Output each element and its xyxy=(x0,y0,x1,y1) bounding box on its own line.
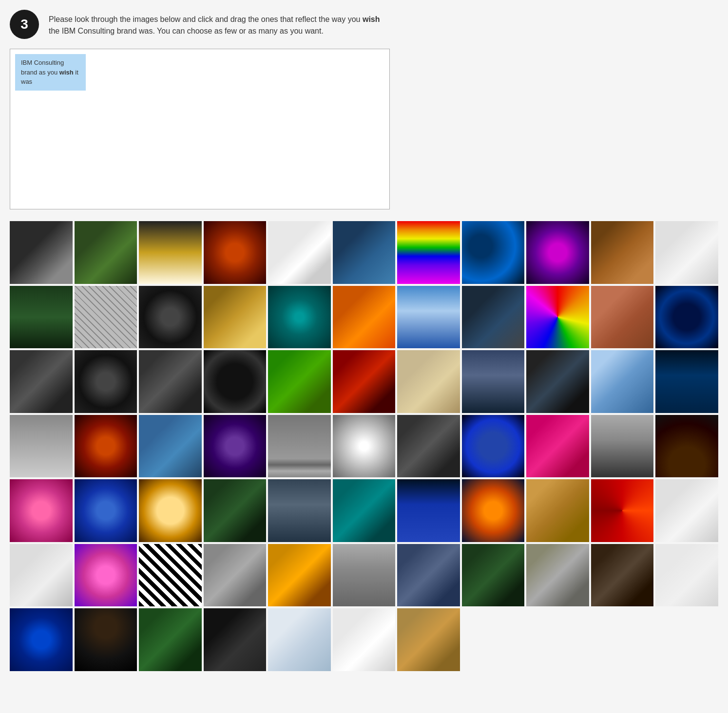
image-cell-17[interactable] xyxy=(333,286,396,349)
image-cell-8[interactable] xyxy=(462,221,525,284)
image-cell-5[interactable] xyxy=(268,221,331,284)
image-cell-64[interactable] xyxy=(526,544,589,607)
image-cell-43[interactable] xyxy=(591,415,654,478)
image-cell-20[interactable] xyxy=(526,286,589,349)
image-cell-45[interactable] xyxy=(10,479,73,542)
instruction-text: Please look through the images below and… xyxy=(49,10,390,37)
image-cell-40[interactable] xyxy=(397,415,460,478)
image-cell-52[interactable] xyxy=(462,479,525,542)
image-cell-7[interactable] xyxy=(397,221,460,284)
image-cell-28[interactable] xyxy=(333,350,396,413)
image-cell-71[interactable] xyxy=(268,608,331,671)
image-cell-57[interactable] xyxy=(75,544,137,607)
image-cell-48[interactable] xyxy=(204,479,267,542)
image-cell-53[interactable] xyxy=(526,479,589,542)
image-cell-42[interactable] xyxy=(526,415,589,478)
image-cell-44[interactable] xyxy=(655,415,718,478)
step-circle: 3 xyxy=(10,10,39,39)
image-cell-50[interactable] xyxy=(333,479,396,542)
image-cell-62[interactable] xyxy=(397,544,460,607)
image-cell-27[interactable] xyxy=(268,350,331,413)
step-number: 3 xyxy=(20,17,28,32)
header-section: 3 Please look through the images below a… xyxy=(10,10,718,39)
image-cell-67[interactable] xyxy=(10,608,73,671)
image-cell-6[interactable] xyxy=(333,221,396,284)
instruction-prefix: Please look through the images below and… xyxy=(49,15,363,23)
image-cell-10[interactable] xyxy=(591,221,654,284)
image-cell-73[interactable] xyxy=(397,608,460,671)
image-cell-41[interactable] xyxy=(462,415,525,478)
image-cell-14[interactable] xyxy=(139,286,202,349)
image-cell-3[interactable] xyxy=(139,221,202,284)
image-grid xyxy=(10,221,718,671)
image-cell-60[interactable] xyxy=(268,544,331,607)
image-cell-65[interactable] xyxy=(591,544,654,607)
image-cell-34[interactable] xyxy=(10,415,73,478)
image-cell-31[interactable] xyxy=(526,350,589,413)
image-cell-37[interactable] xyxy=(204,415,267,478)
image-cell-55[interactable] xyxy=(655,479,718,542)
image-cell-70[interactable] xyxy=(204,608,267,671)
image-cell-21[interactable] xyxy=(591,286,654,349)
image-cell-9[interactable] xyxy=(526,221,589,284)
image-cell-47[interactable] xyxy=(139,479,202,542)
image-cell-46[interactable] xyxy=(75,479,137,542)
image-cell-15[interactable] xyxy=(204,286,267,349)
image-cell-23[interactable] xyxy=(10,350,73,413)
drop-zone[interactable]: IBM Consulting brand as you wish it was xyxy=(10,49,390,209)
drop-zone-label: IBM Consulting brand as you wish it was xyxy=(15,54,86,91)
label-line1: IBM Consulting xyxy=(21,59,64,66)
image-cell-63[interactable] xyxy=(462,544,525,607)
image-cell-58[interactable] xyxy=(139,544,202,607)
image-cell-11[interactable] xyxy=(655,221,718,284)
image-cell-30[interactable] xyxy=(462,350,525,413)
image-cell-54[interactable] xyxy=(591,479,654,542)
image-cell-16[interactable] xyxy=(268,286,331,349)
image-cell-29[interactable] xyxy=(397,350,460,413)
label-line2: brand as you xyxy=(21,69,59,76)
image-cell-38[interactable] xyxy=(268,415,331,478)
image-cell-4[interactable] xyxy=(204,221,267,284)
image-cell-72[interactable] xyxy=(333,608,396,671)
image-cell-24[interactable] xyxy=(75,350,137,413)
image-cell-13[interactable] xyxy=(75,286,137,349)
image-cell-35[interactable] xyxy=(75,415,137,478)
instruction-suffix: the IBM Consulting brand was. You can ch… xyxy=(49,27,324,35)
image-cell-32[interactable] xyxy=(591,350,654,413)
image-cell-22[interactable] xyxy=(655,286,718,349)
image-cell-59[interactable] xyxy=(204,544,267,607)
image-cell-26[interactable] xyxy=(204,350,267,413)
image-cell-25[interactable] xyxy=(139,350,202,413)
image-cell-1[interactable] xyxy=(10,221,73,284)
image-cell-51[interactable] xyxy=(397,479,460,542)
image-cell-56[interactable] xyxy=(10,544,73,607)
image-cell-12[interactable] xyxy=(10,286,73,349)
image-cell-66[interactable] xyxy=(655,544,718,607)
image-cell-68[interactable] xyxy=(75,608,137,671)
image-cell-39[interactable] xyxy=(333,415,396,478)
image-cell-69[interactable] xyxy=(139,608,202,671)
image-cell-2[interactable] xyxy=(75,221,137,284)
image-cell-61[interactable] xyxy=(333,544,396,607)
label-bold: wish xyxy=(59,69,74,76)
image-cell-49[interactable] xyxy=(268,479,331,542)
image-cell-33[interactable] xyxy=(655,350,718,413)
image-cell-18[interactable] xyxy=(397,286,460,349)
image-cell-36[interactable] xyxy=(139,415,202,478)
image-cell-19[interactable] xyxy=(462,286,525,349)
instruction-bold: wish xyxy=(363,15,380,23)
